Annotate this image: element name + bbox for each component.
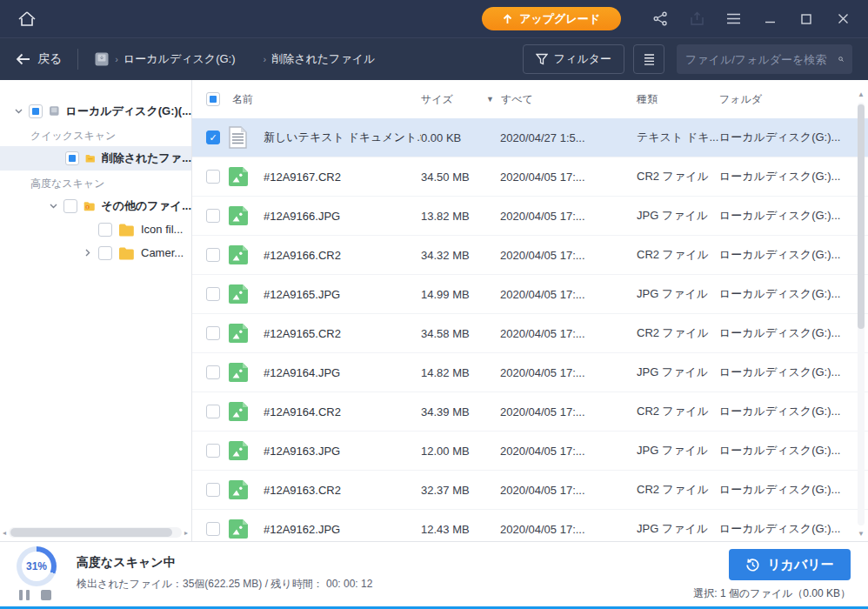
table-row[interactable]: #12A9167.CR2 34.50 MB 2020/04/05 17:... … bbox=[192, 157, 868, 197]
file-list-panel: 名前 サイズ ▼ すべて 種類 フォルダ 新しいテキスト ドキュメント.txt … bbox=[192, 80, 868, 541]
selection-summary: 選択: 1 個のファイル（0.00 KB） bbox=[693, 586, 851, 601]
scrollbar-thumb[interactable] bbox=[858, 104, 865, 329]
scrollbar-track[interactable] bbox=[9, 527, 182, 538]
row-checkbox[interactable] bbox=[206, 483, 220, 497]
file-type: JPG ファイル bbox=[637, 521, 719, 537]
search-input[interactable] bbox=[685, 53, 838, 66]
home-button[interactable] bbox=[16, 8, 38, 30]
tree-item-local-disk[interactable]: ローカルディスク(G:)(... bbox=[0, 99, 191, 123]
view-mode-button[interactable] bbox=[633, 44, 664, 74]
column-header-name[interactable]: 名前 bbox=[229, 92, 421, 107]
file-icon-wrap bbox=[229, 399, 250, 424]
scrollbar-thumb[interactable] bbox=[10, 528, 172, 537]
tree-item-label: 削除されたファ... bbox=[102, 151, 191, 166]
breadcrumb-folder[interactable]: 削除されたファイル bbox=[271, 51, 375, 67]
tree-item-icon-files[interactable]: Icon fil... bbox=[0, 218, 191, 241]
chevron-down-icon[interactable] bbox=[49, 202, 57, 211]
file-name: #12A9164.JPG bbox=[260, 366, 421, 379]
row-checkbox[interactable] bbox=[206, 287, 220, 301]
tree-checkbox-camera[interactable] bbox=[98, 246, 112, 260]
minimize-icon bbox=[765, 13, 776, 24]
tree-checkbox-deleted-files[interactable] bbox=[65, 151, 79, 165]
chevron-down-icon[interactable] bbox=[14, 107, 23, 116]
scroll-left-arrow-icon[interactable]: ◂ bbox=[0, 529, 9, 537]
stop-scan-button[interactable] bbox=[41, 590, 51, 600]
vertical-scrollbar[interactable]: ▲ ▼ bbox=[856, 90, 866, 538]
breadcrumb-disk[interactable]: ローカルディスク(G:) bbox=[124, 51, 236, 67]
table-row[interactable]: #12A9163.CR2 32.37 MB 2020/04/05 17:... … bbox=[192, 471, 868, 510]
svg-text:!: ! bbox=[87, 204, 88, 209]
file-size: 34.58 MB bbox=[421, 327, 500, 340]
file-size: 34.32 MB bbox=[421, 249, 500, 262]
table-row[interactable]: #12A9164.CR2 34.39 MB 2020/04/05 17:... … bbox=[192, 392, 868, 432]
maximize-button[interactable] bbox=[797, 10, 816, 29]
folder-icon bbox=[118, 223, 135, 237]
file-icon-wrap bbox=[229, 243, 250, 267]
search-icon[interactable] bbox=[838, 52, 844, 66]
file-type: JPG ファイル bbox=[637, 443, 719, 458]
column-header-date[interactable]: ▼ すべて bbox=[486, 92, 637, 107]
row-checkbox[interactable] bbox=[206, 522, 220, 536]
table-row[interactable]: #12A9164.JPG 14.82 MB 2020/04/05 17:... … bbox=[192, 353, 868, 392]
table-row[interactable]: #12A9166.CR2 34.32 MB 2020/04/05 17:... … bbox=[192, 236, 868, 275]
scroll-right-arrow-icon[interactable]: ▸ bbox=[182, 529, 190, 537]
scroll-down-arrow-icon[interactable]: ▼ bbox=[856, 530, 866, 538]
date-filter-label[interactable]: すべて bbox=[501, 92, 533, 107]
image-file-icon bbox=[229, 324, 248, 343]
recover-label: リカバリー bbox=[767, 557, 833, 573]
row-checkbox[interactable] bbox=[206, 209, 220, 223]
file-name: #12A9164.CR2 bbox=[260, 405, 421, 418]
navigation-bar: 戻る › ローカルディスク(G:) › 削除されたファイル フィルター bbox=[0, 38, 868, 80]
file-name: #12A9166.JPG bbox=[260, 210, 421, 223]
export-button[interactable] bbox=[687, 10, 706, 29]
breadcrumb: › ローカルディスク(G:) › 削除されたファイル bbox=[94, 51, 375, 67]
share-button[interactable] bbox=[651, 10, 670, 29]
select-all-checkbox[interactable] bbox=[206, 92, 220, 106]
table-row[interactable]: #12A9166.JPG 13.82 MB 2020/04/05 17:... … bbox=[192, 197, 868, 236]
column-header-folder[interactable]: フォルダ bbox=[719, 92, 856, 107]
sort-caret-icon[interactable]: ▼ bbox=[486, 95, 494, 104]
recover-button[interactable]: リカバリー bbox=[729, 549, 851, 580]
tree-checkbox-other-files[interactable] bbox=[63, 199, 77, 213]
search-box bbox=[677, 44, 852, 74]
close-button[interactable] bbox=[833, 10, 852, 29]
menu-button[interactable] bbox=[724, 10, 743, 29]
tree-item-deleted-files[interactable]: 削除されたファ... bbox=[0, 146, 191, 171]
row-checkbox[interactable] bbox=[206, 365, 220, 379]
row-checkbox[interactable] bbox=[206, 326, 220, 340]
filter-button[interactable]: フィルター bbox=[523, 44, 624, 74]
file-date: 2020/04/05 17:... bbox=[500, 171, 637, 184]
chevron-right-icon[interactable] bbox=[83, 249, 92, 258]
pause-scan-button[interactable] bbox=[19, 590, 30, 600]
tree-item-camera[interactable]: Camer... bbox=[0, 241, 191, 264]
table-row[interactable]: #12A9163.JPG 12.00 MB 2020/04/05 17:... … bbox=[192, 432, 868, 471]
row-checkbox[interactable] bbox=[206, 130, 220, 144]
upgrade-label: アップグレード bbox=[519, 11, 600, 27]
table-row[interactable]: #12A9165.CR2 34.58 MB 2020/04/05 17:... … bbox=[192, 314, 868, 353]
image-file-icon bbox=[229, 402, 248, 421]
tree-item-other-files[interactable]: ! その他のファイ... bbox=[0, 194, 191, 218]
scroll-up-arrow-icon[interactable]: ▲ bbox=[856, 90, 866, 98]
file-name: #12A9163.CR2 bbox=[260, 484, 421, 497]
column-header-type[interactable]: 種類 bbox=[637, 92, 719, 107]
back-button[interactable]: 戻る bbox=[16, 51, 62, 67]
minimize-button[interactable] bbox=[760, 10, 779, 29]
file-name: #12A9165.JPG bbox=[260, 288, 421, 301]
row-checkbox[interactable] bbox=[206, 170, 220, 184]
row-checkbox[interactable] bbox=[206, 248, 220, 262]
tree-checkbox-icon-files[interactable] bbox=[98, 223, 112, 237]
table-row[interactable]: 新しいテキスト ドキュメント.txt 0.00 KB 2020/04/27 1:… bbox=[192, 118, 868, 157]
image-file-icon bbox=[229, 480, 248, 499]
table-row[interactable]: #12A9165.JPG 14.99 MB 2020/04/05 17:... … bbox=[192, 275, 868, 314]
title-bar: アップグレード bbox=[0, 0, 868, 38]
file-folder: ローカルディスク(G:)... bbox=[719, 443, 856, 458]
tree-checkbox-local-disk[interactable] bbox=[29, 104, 43, 118]
file-folder: ローカルディスク(G:)... bbox=[719, 482, 856, 498]
table-row[interactable]: #12A9162.JPG 12.43 MB 2020/04/05 17:... … bbox=[192, 510, 868, 541]
row-checkbox[interactable] bbox=[206, 444, 220, 458]
sidebar-horizontal-scrollbar[interactable]: ◂ ▸ bbox=[0, 526, 190, 539]
recover-restore-icon bbox=[745, 558, 760, 572]
upgrade-button[interactable]: アップグレード bbox=[482, 7, 621, 30]
row-checkbox[interactable] bbox=[206, 405, 220, 418]
file-size: 34.50 MB bbox=[421, 171, 500, 184]
